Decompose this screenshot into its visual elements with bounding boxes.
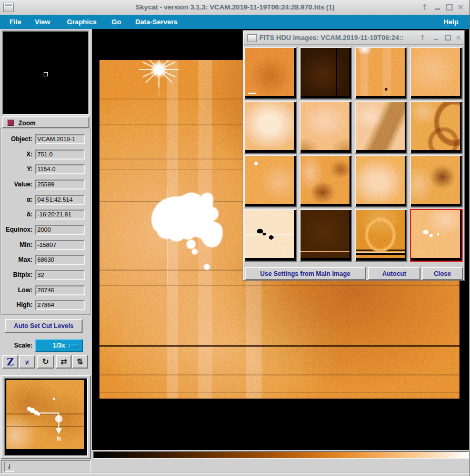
info-icon: i xyxy=(4,462,14,472)
close-button[interactable]: ✕ xyxy=(455,0,466,15)
hdu-thumbnail-8[interactable] xyxy=(410,101,463,154)
low-field[interactable]: 20746 xyxy=(35,285,85,295)
flip-x-icon: ⇄ xyxy=(61,357,67,366)
low-label: Low: xyxy=(2,285,33,295)
hdu-thumbnail-7[interactable] xyxy=(355,101,407,154)
fits-hdu-dialog: FITS HDU images: VCAM.2019-11-19T06:24::… xyxy=(243,30,465,281)
high-field[interactable]: 27864 xyxy=(35,300,85,310)
y-field[interactable]: 1154.0 xyxy=(35,164,85,174)
flip-x-button[interactable]: ⇄ xyxy=(56,355,72,369)
hdu-thumbnail-2[interactable] xyxy=(299,47,352,100)
title-bar: Skycat - version 3.1.3: VCAM.2019-11-19T… xyxy=(0,0,470,15)
dialog-title: FITS HDU images: VCAM.2019-11-19T06:24:: xyxy=(259,31,417,44)
scale-value: 1/3x xyxy=(53,342,65,349)
bottom-groove xyxy=(0,472,470,474)
max-field[interactable]: 68630 xyxy=(35,255,85,265)
ra-field[interactable]: 04:51:42.514 xyxy=(35,195,85,205)
dialog-maximize-button[interactable] xyxy=(443,31,453,44)
hdu-thumbnail-5[interactable] xyxy=(244,101,297,154)
object-label: Object: xyxy=(2,134,33,144)
max-label: Max: xyxy=(2,255,33,265)
menu-go[interactable]: Go xyxy=(112,15,121,29)
status-bar: i xyxy=(0,460,470,476)
detector-edge-band xyxy=(99,399,459,416)
hdu-thumbnail-9[interactable] xyxy=(244,155,297,207)
zoom-out-button[interactable]: z xyxy=(19,355,35,369)
pan-window[interactable]: N xyxy=(4,378,88,457)
y-label: Y: xyxy=(2,164,33,174)
menu-bar: File View Graphics Go Data-Servers Help xyxy=(0,15,470,29)
window-title: Skycat - version 3.1.3: VCAM.2019-11-19T… xyxy=(0,0,470,15)
hdu-thumbnail-14[interactable] xyxy=(299,209,352,262)
ra-label: α: xyxy=(2,195,33,205)
zoom-toggle-checkbox[interactable]: Zoom xyxy=(2,116,89,128)
hdu-thumbnail-15[interactable] xyxy=(355,209,407,262)
menu-data-servers[interactable]: Data-Servers xyxy=(135,15,177,29)
rotate-button[interactable]: ↻ xyxy=(37,355,54,369)
hdu-thumbnail-12[interactable] xyxy=(410,155,463,207)
min-label: Min: xyxy=(2,240,33,250)
bright-star xyxy=(139,60,179,97)
dialog-close-action-button[interactable]: Close xyxy=(422,267,463,280)
raise-window-button[interactable]: ↑ xyxy=(419,0,431,15)
dialog-window-icon xyxy=(247,34,257,42)
maximize-button[interactable] xyxy=(443,0,455,15)
zoom-out-icon: z xyxy=(25,358,29,366)
dec-field[interactable]: -16:20:21.91 xyxy=(35,210,85,220)
zoom-toggle-label: Zoom xyxy=(18,117,36,129)
value-field[interactable]: 25599 xyxy=(35,180,85,190)
zoom-cursor-box xyxy=(44,72,48,76)
rotate-icon: ↻ xyxy=(42,357,49,366)
min-field[interactable]: -15807 xyxy=(35,240,85,250)
auto-set-cut-levels-button[interactable]: Auto Set Cut Levels xyxy=(5,319,83,333)
bitpix-field[interactable]: 32 xyxy=(35,270,85,280)
pan-image: N xyxy=(6,380,84,449)
saturated-blob xyxy=(152,193,222,270)
hdu-thumbnail-11[interactable] xyxy=(355,155,407,207)
menu-help[interactable]: Help xyxy=(444,15,458,29)
orientation-compass-icon: N xyxy=(6,380,84,449)
hdu-thumbnail-16-selected[interactable] xyxy=(410,209,463,262)
pan-image-edge-band xyxy=(6,449,84,454)
scale-label: Scale: xyxy=(5,339,33,352)
dialog-raise-button[interactable]: ↑ xyxy=(417,31,428,44)
hdu-thumbnail-10[interactable] xyxy=(299,155,352,207)
equinox-field[interactable]: 2000 xyxy=(35,225,85,235)
value-label: Value: xyxy=(2,180,33,190)
menubutton-indicator-icon xyxy=(69,344,78,348)
dialog-close-button[interactable]: ✕ xyxy=(453,31,464,44)
menu-graphics[interactable]: Graphics xyxy=(67,15,96,29)
dec-label: δ: xyxy=(2,210,33,220)
use-settings-from-main-image-button[interactable]: Use Settings from Main Image xyxy=(245,267,366,280)
zoom-view-canvas xyxy=(2,31,89,115)
x-field[interactable]: 751.0 xyxy=(35,150,85,160)
skycat-window: Skycat - version 3.1.3: VCAM.2019-11-19T… xyxy=(0,0,470,476)
zoom-in-icon: Z xyxy=(7,356,14,368)
menu-view[interactable]: View xyxy=(35,15,50,29)
hdu-thumbnail-6[interactable] xyxy=(299,101,352,154)
hdu-thumbnail-3[interactable] xyxy=(355,47,407,100)
high-label: High: xyxy=(2,300,33,310)
hdu-thumbnail-4[interactable] xyxy=(410,47,463,100)
autocut-button[interactable]: Autocut xyxy=(368,267,421,280)
checkbox-indicator-icon xyxy=(7,120,14,126)
dialog-minimize-button[interactable] xyxy=(431,31,442,44)
x-label: X: xyxy=(2,150,33,160)
equinox-label: Equinox: xyxy=(2,225,33,235)
flip-y-button[interactable]: ⇅ xyxy=(72,355,88,369)
menu-file[interactable]: File xyxy=(9,15,21,29)
hdu-thumbnail-13[interactable] xyxy=(244,209,297,262)
bitpix-label: Bitpix: xyxy=(2,270,33,280)
flip-y-icon: ⇅ xyxy=(77,357,84,366)
minimize-button[interactable] xyxy=(432,0,443,15)
colormap-bar xyxy=(93,451,469,459)
object-field[interactable]: VCAM.2019-1 xyxy=(35,134,85,144)
zoom-in-button[interactable]: Z xyxy=(2,355,18,369)
hdu-thumbnail-1[interactable] xyxy=(244,47,297,100)
dialog-title-bar: FITS HDU images: VCAM.2019-11-19T06:24::… xyxy=(244,31,464,45)
svg-text:N: N xyxy=(57,435,61,442)
scale-menubutton[interactable]: 1/3x xyxy=(35,339,83,352)
